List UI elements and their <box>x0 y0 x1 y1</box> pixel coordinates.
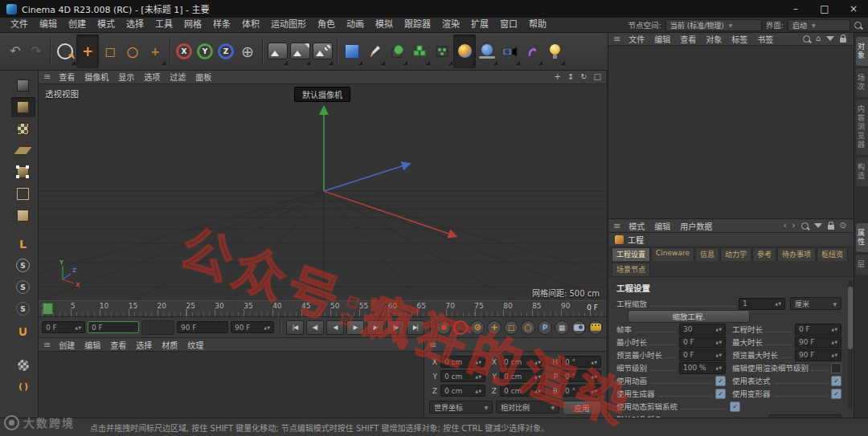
menu-item[interactable]: 选择 <box>121 18 149 32</box>
spinner-icon[interactable]: ▲▼ <box>532 361 541 364</box>
object-manager-menu-item[interactable]: 查看 <box>675 33 701 45</box>
duration-field[interactable]: 0 F▲▼ <box>795 324 841 336</box>
spinner-icon[interactable]: ▲▼ <box>772 302 781 305</box>
menu-item[interactable]: 网格 <box>178 18 207 32</box>
attribute-tab[interactable]: 枢纽资 <box>817 247 848 261</box>
use-motion-checkbox[interactable] <box>730 401 740 412</box>
spinner-icon[interactable]: ▲▼ <box>261 326 270 329</box>
viewport-menu-item[interactable]: 选项 <box>139 71 165 83</box>
viewport-solo-hierarchy-button[interactable]: S <box>11 299 35 319</box>
spinner-icon[interactable]: ▲▼ <box>588 361 597 364</box>
attribute-tab[interactable]: 工程设置 <box>612 247 650 261</box>
material-list-area[interactable] <box>39 352 424 418</box>
spinner-icon[interactable]: ▲▼ <box>829 340 837 344</box>
add-environment-button[interactable] <box>476 35 498 68</box>
menu-item[interactable]: 模式 <box>92 18 121 32</box>
attribute-menu-item[interactable]: 用户数据 <box>675 220 717 232</box>
play-button[interactable]: ▶ <box>346 320 364 335</box>
panel-menu-icon[interactable]: ≡ <box>43 71 52 82</box>
panel-tab[interactable]: 内容浏览器 <box>856 100 868 155</box>
use-animation-checkbox[interactable] <box>715 376 726 386</box>
viewport-menu-item[interactable]: 摄像机 <box>80 71 113 83</box>
add-array-button[interactable] <box>408 35 431 68</box>
object-manager-menu-item[interactable]: 标签 <box>727 33 752 45</box>
object-manager-menu-item[interactable]: 书签 <box>752 33 778 45</box>
menu-item[interactable]: 工具 <box>149 18 178 32</box>
menu-item[interactable]: 运动图形 <box>265 18 312 32</box>
attribute-tab[interactable]: 信息 <box>695 247 719 261</box>
rot-p-field[interactable]: 0 °▲▼ <box>561 370 601 382</box>
add-subdivision-surface-button[interactable] <box>386 35 408 68</box>
panel-menu-icon[interactable]: ≡ <box>429 340 438 350</box>
viewport-canvas[interactable]: Y X Z 透视视图 默认摄像机 网格间距: 500 cm <box>39 84 606 300</box>
viewport-menu-item[interactable]: 查看 <box>54 71 80 83</box>
home-icon[interactable]: ⌂ <box>816 35 821 43</box>
spinner-icon[interactable]: ▲▼ <box>713 340 722 344</box>
menu-item[interactable]: 渲染 <box>436 18 465 32</box>
material-menu-item[interactable]: 查看 <box>105 339 131 351</box>
previous-frame-button[interactable]: ◀ <box>326 320 344 335</box>
texture-mode-button[interactable] <box>11 119 35 139</box>
last-tool-button[interactable]: + <box>144 35 166 68</box>
object-manager-menu-item[interactable]: 编辑 <box>649 33 675 45</box>
viewport-maximize-icon[interactable]: □ <box>594 72 601 81</box>
workplane-mode-button[interactable] <box>11 141 35 161</box>
menu-item[interactable]: 窗口 <box>494 18 523 32</box>
quantize-button[interactable]: ( ) <box>11 377 35 397</box>
rot-h-field[interactable]: 0 °▲▼ <box>561 356 601 368</box>
min-time-field[interactable]: 0 F▲▼ <box>679 336 726 348</box>
material-menu-item[interactable]: 编辑 <box>80 339 105 351</box>
attribute-scrollbar[interactable] <box>848 280 853 409</box>
size-x-field[interactable]: 0 cm▲▼ <box>500 356 545 368</box>
render-settings-button[interactable] <box>311 35 334 68</box>
panel-tab[interactable]: 层 <box>856 255 868 275</box>
spinner-icon[interactable]: ▲▼ <box>588 375 597 378</box>
record-keyframe-button[interactable] <box>436 320 451 335</box>
playhead[interactable] <box>43 303 53 316</box>
record-parameter-toggle[interactable]: P <box>538 320 552 335</box>
render-picture-viewer-button[interactable] <box>289 35 311 68</box>
spinner-icon[interactable]: ▲▼ <box>473 361 481 364</box>
minimize-button[interactable]: – <box>781 0 810 18</box>
size-y-field[interactable]: 0 cm▲▼ <box>500 370 545 382</box>
focus-icon[interactable]: ⊙ <box>840 222 846 230</box>
material-menu-item[interactable]: 选择 <box>131 339 157 351</box>
search-icon[interactable] <box>801 222 809 230</box>
material-menu-item[interactable]: 创建 <box>54 339 80 351</box>
lock-z-axis-button[interactable]: Z <box>215 35 236 68</box>
range-start-field[interactable]: 0 F <box>88 321 139 333</box>
panel-tab[interactable]: 场次 <box>856 68 868 97</box>
doc-start-field[interactable]: 0 F▲▼ <box>42 321 85 333</box>
spinner-icon[interactable]: ▲▼ <box>829 328 837 331</box>
filter-icon[interactable] <box>826 36 834 41</box>
project-scale-field[interactable]: 1▲▼ <box>739 298 785 310</box>
use-generators-checkbox[interactable] <box>715 389 726 399</box>
make-editable-button[interactable] <box>11 75 35 96</box>
search-icon[interactable] <box>803 35 810 43</box>
spinner-icon[interactable]: ▲▼ <box>588 389 597 393</box>
model-mode-button[interactable] <box>11 97 35 117</box>
record-scale-toggle[interactable]: □ <box>504 320 518 335</box>
edges-mode-button[interactable] <box>11 184 35 204</box>
panel-menu-icon[interactable]: ≡ <box>43 340 52 350</box>
add-deformer-button[interactable] <box>521 35 543 68</box>
viewport-rotate-icon[interactable]: ↻ <box>580 72 587 81</box>
filter-icon[interactable] <box>814 223 822 228</box>
search-icon[interactable] <box>854 22 862 29</box>
pos-z-field[interactable]: 0 cm▲▼ <box>440 385 485 397</box>
size-z-field[interactable]: 0 cm▲▼ <box>500 385 545 397</box>
menu-item[interactable]: 模拟 <box>370 18 399 32</box>
lock-icon[interactable] <box>840 38 846 43</box>
lod-field[interactable]: 100 %▲▼ <box>679 362 726 374</box>
close-button[interactable]: × <box>839 0 868 18</box>
pos-y-field[interactable]: 0 cm▲▼ <box>440 370 485 382</box>
timeline-ruler[interactable]: 051015202530354045505560657075808590 0 F <box>39 300 606 318</box>
modeling-settings-button[interactable] <box>11 355 35 375</box>
viewport-menu-item[interactable]: 过滤 <box>165 71 190 83</box>
object-manager-menu-item[interactable]: 对象 <box>701 33 727 45</box>
doc-end-field[interactable]: 90 F▲▼ <box>231 321 274 333</box>
keyframe-camera-button[interactable] <box>571 320 586 335</box>
panel-menu-icon[interactable]: ≡ <box>613 34 622 44</box>
spinner-icon[interactable]: ▲▼ <box>713 328 722 331</box>
scale-mode-select[interactable]: 相对比例▼ <box>496 401 559 414</box>
